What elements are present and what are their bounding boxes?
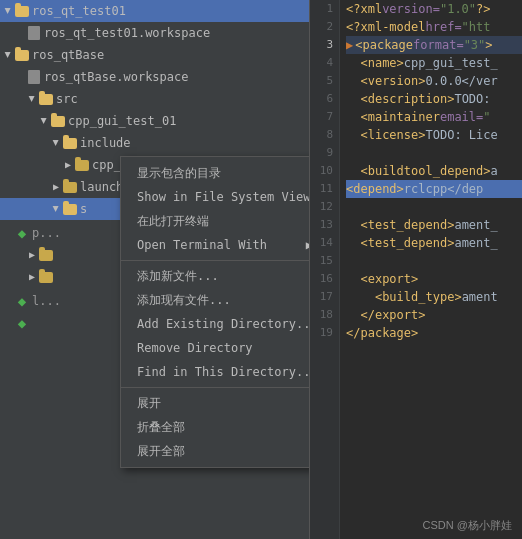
tree-label: cpp_gui_test_01 <box>68 114 176 128</box>
menu-item-add-new-file[interactable]: 添加新文件... <box>121 264 310 288</box>
code-token: maintainer <box>368 108 440 126</box>
line-num-5: 5 <box>310 72 333 90</box>
tree-label: include <box>80 136 131 150</box>
code-token: a <box>491 162 498 180</box>
code-token <box>346 72 360 90</box>
line-num-6: 6 <box>310 90 333 108</box>
code-token: > <box>418 72 425 90</box>
code-token: rclcpp</dep <box>404 180 483 198</box>
code-token <box>346 54 360 72</box>
code-token: < <box>360 216 367 234</box>
tree-label: p... <box>32 226 61 240</box>
context-menu: 显示包含的目录 Show in File System View 在此打开终端 … <box>120 156 310 468</box>
code-line-2: <?xml-model href="htt <box>346 18 522 36</box>
menu-item-find-in-dir[interactable]: Find in This Directory... <box>121 360 310 384</box>
code-token: version= <box>382 0 440 18</box>
code-token <box>346 162 360 180</box>
code-token: cpp_gui_test_ <box>404 54 498 72</box>
folder-icon <box>14 3 30 19</box>
watermark: CSDN @杨小胖娃 <box>423 518 512 533</box>
line-num-1: 1 <box>310 0 333 18</box>
code-token: < <box>360 90 367 108</box>
menu-item-expand-all[interactable]: 展开全部 <box>121 439 310 463</box>
code-token: "htt <box>462 18 491 36</box>
menu-separator-1 <box>121 260 310 261</box>
code-line-15 <box>346 252 522 270</box>
code-line-4: <name>cpp_gui_test_ <box>346 54 522 72</box>
code-token: description <box>368 90 447 108</box>
code-token <box>346 108 360 126</box>
code-token: package <box>360 324 411 342</box>
code-token: < <box>360 162 367 180</box>
menu-item-expand[interactable]: 展开 <box>121 391 310 415</box>
menu-item-add-existing-file[interactable]: 添加现有文件... <box>121 288 310 312</box>
line-num-11: 11 <box>310 180 333 198</box>
code-token: "1.0" <box>440 0 476 18</box>
code-token: < <box>360 72 367 90</box>
code-token: depend <box>353 180 396 198</box>
code-area[interactable]: <?xml version="1.0"?> <?xml-model href="… <box>340 0 522 539</box>
tree-label: src <box>56 92 78 106</box>
arrow-icon: ▶ <box>50 137 62 149</box>
code-token: ament_ <box>454 234 497 252</box>
code-token: license <box>368 126 419 144</box>
code-line-12 <box>346 198 522 216</box>
tree-item-workspace1[interactable]: ros_qt_test01.workspace <box>0 22 309 44</box>
menu-item-add-existing-dir[interactable]: Add Existing Directory... <box>121 312 310 336</box>
line-num-4: 4 <box>310 54 333 72</box>
line-num-15: 15 <box>310 252 333 270</box>
menu-item-open-terminal[interactable]: 在此打开终端 <box>121 209 310 233</box>
menu-item-show-filesystem[interactable]: Show in File System View <box>121 185 310 209</box>
code-token: "3" <box>464 36 486 54</box>
code-token: export <box>368 270 411 288</box>
code-token <box>346 234 360 252</box>
menu-item-open-terminal-with[interactable]: Open Terminal With ▶ <box>121 233 310 257</box>
folder-icon <box>38 247 54 263</box>
tree-item-include[interactable]: ▶ include <box>0 132 309 154</box>
code-token: <? <box>346 18 360 36</box>
code-line-18: </export> <box>346 306 522 324</box>
code-line-16: <export> <box>346 270 522 288</box>
code-token <box>346 90 360 108</box>
tree-item-workspace2[interactable]: ros_qtBase.workspace <box>0 66 309 88</box>
code-token: > <box>454 288 461 306</box>
arrow-icon: ▶ <box>62 159 74 171</box>
menu-item-remove-dir[interactable]: Remove Directory <box>121 336 310 360</box>
line-num-10: 10 <box>310 162 333 180</box>
editor: 1 2 3 4 5 6 7 8 9 10 11 12 13 14 15 16 1… <box>310 0 522 539</box>
arrow-icon: ▶ <box>2 49 14 61</box>
tree-item-src[interactable]: ▶ src <box>0 88 309 110</box>
code-token: name <box>368 54 397 72</box>
code-line-5: <version>0.0.0</ver <box>346 72 522 90</box>
tree-label: ros_qtBase.workspace <box>44 70 189 84</box>
tree-item-ros-qtbase[interactable]: ▶ ros_qtBase <box>0 44 309 66</box>
code-token: < <box>355 36 362 54</box>
code-token: > <box>397 180 404 198</box>
arrow-icon: ▶ <box>2 5 14 17</box>
folder-icon <box>62 201 78 217</box>
code-token: ament_ <box>454 216 497 234</box>
arrow-icon: ▶ <box>50 181 62 193</box>
code-token: ament <box>462 288 498 306</box>
code-token: build_type <box>382 288 454 306</box>
code-token: > <box>447 90 454 108</box>
arrow-icon: ▶ <box>38 115 50 127</box>
code-token <box>346 126 360 144</box>
code-token: < <box>375 288 382 306</box>
sidebar: ▶ ros_qt_test01 ros_qt_test01.workspace … <box>0 0 310 539</box>
tree-item-ros-qt-test01[interactable]: ▶ ros_qt_test01 <box>0 0 309 22</box>
code-token: < <box>346 180 353 198</box>
watermark-text: CSDN @杨小胖娃 <box>423 519 512 531</box>
tree-label: l... <box>32 294 61 308</box>
code-line-7: <maintainer email=" <box>346 108 522 126</box>
code-token: <? <box>346 0 360 18</box>
menu-item-collapse-all[interactable]: 折叠全部 <box>121 415 310 439</box>
code-line-13: <test_depend>ament_ <box>346 216 522 234</box>
code-line-3: ▶<package format="3"> <box>346 36 522 54</box>
menu-item-show-directory[interactable]: 显示包含的目录 <box>121 161 310 185</box>
tree-item-cpp-gui-test01[interactable]: ▶ cpp_gui_test_01 <box>0 110 309 132</box>
folder-icon <box>50 113 66 129</box>
code-token <box>346 216 360 234</box>
workspace-icon <box>26 25 42 41</box>
tree-label: ros_qt_test01.workspace <box>44 26 210 40</box>
